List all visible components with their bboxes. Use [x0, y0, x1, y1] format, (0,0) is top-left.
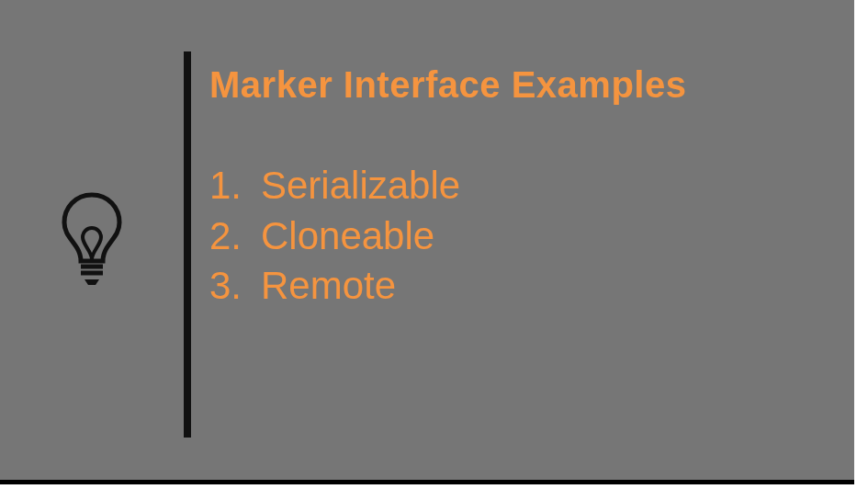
list-text: Cloneable: [261, 214, 434, 257]
list-item: 1.Serializable: [209, 161, 817, 211]
slide-title: Marker Interface Examples: [209, 64, 817, 106]
list-item: 2.Cloneable: [209, 211, 817, 262]
list-number: 3.: [209, 261, 261, 312]
examples-list: 1.Serializable 2.Cloneable 3.Remote: [209, 161, 817, 312]
icon-area: [0, 188, 184, 292]
content-area: Marker Interface Examples 1.Serializable…: [209, 64, 817, 312]
list-number: 1.: [209, 161, 261, 211]
list-number: 2.: [209, 211, 261, 262]
slide: Marker Interface Examples 1.Serializable…: [0, 0, 854, 484]
list-text: Serializable: [261, 164, 460, 207]
lightbulb-icon: [55, 188, 129, 292]
list-item: 3.Remote: [209, 261, 817, 312]
list-text: Remote: [261, 264, 396, 307]
vertical-divider: [184, 51, 191, 438]
